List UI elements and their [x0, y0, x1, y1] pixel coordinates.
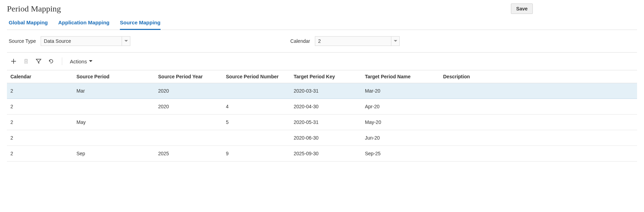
- calendar-value: 2: [318, 38, 391, 44]
- cell-source_num: [222, 83, 290, 99]
- cell-source_period: Sep: [73, 146, 155, 162]
- cell-calendar: 2: [7, 146, 73, 162]
- col-header-description[interactable]: Description: [440, 70, 637, 83]
- cell-target_name: May-20: [361, 115, 440, 130]
- source-type-label: Source Type: [9, 38, 36, 44]
- tab-source-mapping[interactable]: Source Mapping: [120, 17, 161, 30]
- cell-source_num: 5: [222, 115, 290, 130]
- col-header-target-period-key[interactable]: Target Period Key: [290, 70, 361, 83]
- refresh-icon[interactable]: [48, 58, 54, 64]
- cell-calendar: 2: [7, 83, 73, 99]
- table-row[interactable]: 2Mar20202020-03-31Mar-20: [7, 83, 637, 99]
- source-type-value: Data Source: [44, 38, 122, 44]
- cell-source_year: [155, 115, 222, 130]
- page-title: Period Mapping: [7, 4, 61, 14]
- col-header-source-period[interactable]: Source Period: [73, 70, 155, 83]
- chevron-down-icon: [391, 37, 399, 46]
- col-header-source-period-number[interactable]: Source Period Number: [222, 70, 290, 83]
- cell-source_year: 2020: [155, 99, 222, 115]
- cell-calendar: 2: [7, 115, 73, 130]
- cell-target_key: 2020-05-31: [290, 115, 361, 130]
- actions-menu[interactable]: Actions: [70, 58, 92, 64]
- table-row[interactable]: 2May52020-05-31May-20: [7, 115, 637, 130]
- save-button[interactable]: Save: [511, 3, 533, 14]
- cell-source_year: [155, 130, 222, 146]
- chevron-down-icon: [122, 37, 130, 46]
- col-header-source-period-year[interactable]: Source Period Year: [155, 70, 222, 83]
- cell-calendar: 2: [7, 99, 73, 115]
- data-table: Calendar Source Period Source Period Yea…: [7, 70, 637, 162]
- toolbar-separator: [62, 57, 62, 65]
- col-header-target-period-name[interactable]: Target Period Name: [361, 70, 440, 83]
- cell-desc: [440, 115, 637, 130]
- cell-source_year: 2020: [155, 83, 222, 99]
- cell-source_num: [222, 130, 290, 146]
- cell-source_num: 4: [222, 99, 290, 115]
- cell-target_name: Apr-20: [361, 99, 440, 115]
- chevron-down-icon: [89, 60, 92, 62]
- calendar-label: Calendar: [290, 38, 310, 44]
- cell-target_name: Sep-25: [361, 146, 440, 162]
- cell-desc: [440, 83, 637, 99]
- cell-source_period: Mar: [73, 83, 155, 99]
- cell-calendar: 2: [7, 130, 73, 146]
- filter-icon[interactable]: [35, 58, 42, 64]
- cell-target_key: 2025-09-30: [290, 146, 361, 162]
- col-header-calendar[interactable]: Calendar: [7, 70, 73, 83]
- cell-source_num: 9: [222, 146, 290, 162]
- cell-target_key: 2020-03-31: [290, 83, 361, 99]
- cell-target_key: 2020-04-30: [290, 99, 361, 115]
- add-icon[interactable]: [10, 58, 17, 64]
- cell-desc: [440, 130, 637, 146]
- cell-source_year: 2025: [155, 146, 222, 162]
- cell-target_key: 2020-06-30: [290, 130, 361, 146]
- table-row[interactable]: 2202042020-04-30Apr-20: [7, 99, 637, 115]
- cell-source_period: [73, 99, 155, 115]
- toolbar: Actions: [7, 53, 637, 70]
- delete-icon: [23, 58, 29, 64]
- tabs: Global Mapping Application Mapping Sourc…: [7, 17, 637, 30]
- tab-global-mapping[interactable]: Global Mapping: [9, 17, 48, 30]
- table-row[interactable]: 2Sep202592025-09-30Sep-25: [7, 146, 637, 162]
- cell-desc: [440, 146, 637, 162]
- cell-target_name: Mar-20: [361, 83, 440, 99]
- actions-label: Actions: [70, 58, 87, 64]
- source-type-select[interactable]: Data Source: [41, 36, 130, 46]
- cell-source_period: May: [73, 115, 155, 130]
- cell-desc: [440, 99, 637, 115]
- calendar-select[interactable]: 2: [315, 36, 400, 46]
- filter-row: Source Type Data Source Calendar 2: [7, 30, 637, 53]
- cell-target_name: Jun-20: [361, 130, 440, 146]
- table-row[interactable]: 22020-06-30Jun-20: [7, 130, 637, 146]
- tab-application-mapping[interactable]: Application Mapping: [58, 17, 110, 30]
- cell-source_period: [73, 130, 155, 146]
